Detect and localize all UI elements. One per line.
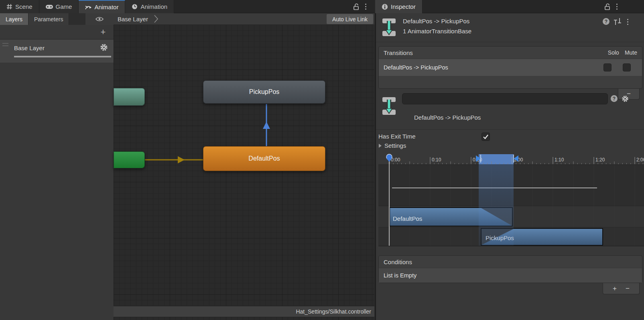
- svg-text:1:10: 1:10: [555, 157, 564, 163]
- inspector-info-icon: [382, 4, 388, 10]
- conditions-header: Conditions: [379, 256, 642, 268]
- transition-timeline[interactable]: 0:000:100:201:001:101:202:00 DefaultPos …: [378, 154, 644, 247]
- visibility-toggle[interactable]: [85, 13, 114, 25]
- layer-toolbar: +: [0, 25, 114, 39]
- svg-text:1:20: 1:20: [595, 157, 605, 163]
- transitions-header: Transitions Solo Mute: [379, 47, 642, 59]
- inspector-subtitle: 1 AnimatorTransitionBase: [403, 28, 471, 35]
- solo-checkbox[interactable]: [603, 63, 611, 71]
- conditions-empty-row: List is Empty: [379, 268, 642, 283]
- svg-text:0:10: 0:10: [432, 157, 441, 163]
- add-layer-button[interactable]: +: [98, 26, 109, 38]
- transition-icon: [381, 96, 397, 116]
- solo-label: Solo: [608, 49, 619, 56]
- mute-checkbox[interactable]: [623, 63, 631, 71]
- tab-animation[interactable]: Animation: [125, 0, 174, 13]
- transition-detail-header: ? DefaultPos -> PickupPos: [376, 93, 644, 129]
- remove-condition-button[interactable]: −: [626, 285, 630, 293]
- check-icon: [482, 133, 490, 141]
- unlock-icon[interactable]: [604, 3, 611, 10]
- eye-icon: [95, 16, 104, 22]
- breadcrumb[interactable]: Base Layer: [118, 16, 148, 22]
- animator-icon: [85, 4, 91, 10]
- state-node-green-partial[interactable]: [114, 151, 145, 168]
- state-node-label: DefaultPos: [248, 155, 280, 162]
- inspector-title: DefaultPos -> PickupPos: [403, 18, 469, 24]
- transition-name-field[interactable]: [402, 93, 608, 104]
- help-icon[interactable]: ?: [603, 18, 609, 25]
- foldout-triangle-icon: [378, 143, 382, 148]
- inspector-window-controls: [604, 0, 628, 13]
- transition-row[interactable]: DefaultPos -> PickupPos: [379, 59, 642, 76]
- game-gamepad-icon: [46, 4, 53, 9]
- transition-detail-label: DefaultPos -> PickupPos: [414, 114, 481, 121]
- tab-inspector-label: Inspector: [391, 3, 416, 10]
- controller-path: Hat_Settings/Silkhat.controller: [296, 308, 371, 315]
- settings-label: Settings: [384, 142, 406, 149]
- mute-label: Mute: [625, 49, 637, 56]
- tab-game[interactable]: Game: [39, 0, 79, 13]
- layer-weight-bar: [14, 56, 111, 57]
- state-node-defaultpos[interactable]: DefaultPos: [203, 146, 325, 171]
- unity-editor: Scene Game Animator Animation Inspector …: [0, 0, 644, 320]
- inspector-panel: DefaultPos -> PickupPos 1 AnimatorTransi…: [375, 13, 644, 320]
- unlock-icon[interactable]: [353, 3, 360, 10]
- transition-band-ruler[interactable]: [479, 154, 514, 165]
- controller-path-bar: Hat_Settings/Silkhat.controller: [114, 306, 374, 317]
- scene-grid-icon: [6, 4, 12, 10]
- clip-label: DefaultPos: [393, 215, 422, 222]
- state-node-teal-partial[interactable]: [114, 88, 145, 106]
- state-node-label: PickupPos: [249, 88, 280, 96]
- tab-inspector[interactable]: Inspector: [375, 0, 423, 13]
- layer-gear-icon[interactable]: [100, 43, 108, 52]
- tab-layers-label: Layers: [6, 16, 22, 22]
- tab-scene-label: Scene: [15, 3, 33, 10]
- tab-animator[interactable]: Animator: [79, 0, 125, 13]
- presets-icon[interactable]: [614, 18, 622, 25]
- transition-band[interactable]: [479, 165, 514, 246]
- animator-tabbar: Scene Game Animator Animation: [0, 0, 374, 13]
- tab-animation-label: Animation: [140, 3, 167, 10]
- tab-game-label: Game: [56, 3, 72, 10]
- svg-text:0:00: 0:00: [391, 157, 400, 163]
- transitions-title: Transitions: [384, 49, 413, 56]
- drag-handle-icon[interactable]: [2, 43, 8, 48]
- layer-item-base-layer[interactable]: Base Layer: [0, 40, 114, 63]
- tab-parameters[interactable]: Parameters: [28, 13, 69, 25]
- transitions-group: Transitions Solo Mute DefaultPos -> Pick…: [378, 46, 642, 89]
- tab-animator-label: Animator: [94, 4, 118, 10]
- animator-menu-icon[interactable]: [365, 4, 366, 10]
- gear-icon[interactable]: [621, 95, 629, 103]
- tab-scene[interactable]: Scene: [0, 0, 39, 13]
- transition-row-label: DefaultPos -> PickupPos: [384, 64, 448, 71]
- tab-parameters-label: Parameters: [34, 16, 63, 22]
- svg-text:2:00: 2:00: [636, 157, 644, 163]
- conditions-empty-label: List is Empty: [384, 272, 416, 279]
- inspector-menu-icon[interactable]: [616, 4, 618, 10]
- state-node-pickuppos[interactable]: PickupPos: [203, 80, 325, 104]
- layers-panel: Base Layer: [0, 39, 114, 320]
- inspector-tabbar: Inspector: [375, 0, 644, 13]
- help-icon[interactable]: ?: [611, 95, 618, 102]
- conditions-title: Conditions: [384, 259, 412, 265]
- breadcrumb-bar: Base Layer Auto Live Link: [114, 13, 374, 25]
- inspector-header-menu-icon[interactable]: [627, 19, 628, 25]
- add-condition-button[interactable]: +: [613, 285, 617, 293]
- animation-clock-icon: [132, 4, 138, 10]
- settings-foldout[interactable]: Settings: [378, 142, 406, 149]
- has-exit-time-checkbox[interactable]: [481, 132, 490, 141]
- chevron-right-icon: [154, 14, 158, 23]
- transition-icon: [381, 18, 397, 37]
- conditions-group: Conditions List is Empty: [378, 255, 642, 283]
- inspector-header: DefaultPos -> PickupPos 1 AnimatorTransi…: [376, 13, 644, 42]
- conditions-list-footer: + −: [603, 283, 640, 294]
- auto-live-link-button[interactable]: Auto Live Link: [327, 14, 373, 24]
- layer-name: Base Layer: [14, 45, 45, 51]
- has-exit-time-label: Has Exit Time: [378, 133, 416, 140]
- tab-layers[interactable]: Layers: [0, 13, 28, 25]
- animator-window-controls: [353, 0, 374, 13]
